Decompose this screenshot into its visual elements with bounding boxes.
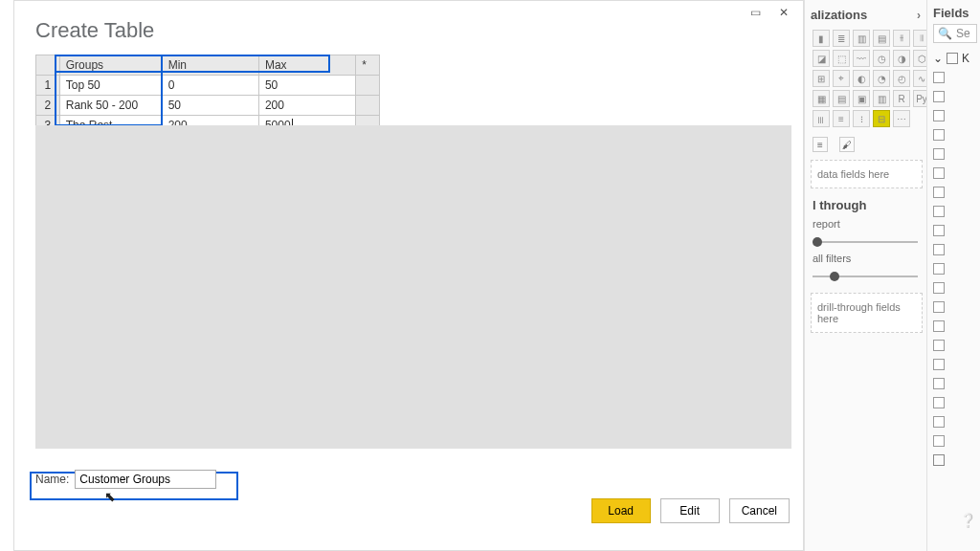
cell-groups[interactable]: Top 50	[59, 76, 162, 96]
cell-max[interactable]: 200	[258, 96, 355, 116]
viz-icon[interactable]: ⫵	[893, 30, 910, 47]
field-item[interactable]	[933, 183, 980, 202]
viz-icon[interactable]: ≣	[833, 30, 850, 47]
col-header-min[interactable]: Min	[162, 55, 258, 76]
field-checkbox[interactable]	[933, 244, 945, 255]
viz-icon[interactable]: R	[893, 90, 910, 107]
col-header-groups[interactable]: Groups	[59, 55, 162, 76]
viz-icon[interactable]: ◑	[893, 50, 910, 67]
viz-icon[interactable]: ⌖	[833, 70, 850, 87]
drill-through-dropzone[interactable]: drill-through fields here	[811, 293, 923, 333]
field-item[interactable]	[933, 87, 980, 106]
viz-icon[interactable]: ▤	[833, 90, 850, 107]
cell-trailing	[356, 76, 380, 96]
field-checkbox[interactable]	[933, 435, 945, 447]
table-row[interactable]: 1 Top 50 0 50	[36, 76, 380, 96]
col-header-max[interactable]: Max	[258, 55, 355, 76]
window-restore-button[interactable]: ▭	[742, 3, 768, 22]
load-button[interactable]: Load	[591, 498, 651, 523]
field-item[interactable]	[933, 106, 980, 125]
field-item[interactable]	[933, 202, 980, 221]
search-placeholder: Se	[956, 27, 970, 40]
viz-icon[interactable]: ⫶	[853, 110, 870, 127]
viz-icon[interactable]: ⊞	[813, 70, 830, 87]
field-checkbox[interactable]	[933, 72, 945, 83]
field-checkbox[interactable]	[933, 397, 945, 408]
viz-icon[interactable]: ▥	[853, 30, 870, 47]
field-item[interactable]	[933, 374, 980, 393]
viz-icon[interactable]: ⬚	[833, 50, 850, 67]
field-checkbox[interactable]	[933, 129, 945, 141]
viz-icon[interactable]: ⊟	[873, 110, 890, 127]
row-header-blank	[36, 55, 60, 76]
name-input[interactable]	[75, 470, 216, 489]
field-checkbox[interactable]	[933, 301, 945, 313]
field-checkbox[interactable]	[933, 225, 945, 236]
field-checkbox[interactable]	[933, 167, 945, 179]
viz-icon[interactable]: 〰	[853, 50, 870, 67]
field-checkbox[interactable]	[933, 206, 945, 217]
field-item[interactable]	[933, 144, 980, 164]
field-checkbox[interactable]	[933, 110, 945, 121]
field-item[interactable]	[933, 240, 980, 259]
viz-icon[interactable]: ⋯	[893, 110, 910, 127]
viz-icon[interactable]: ◐	[853, 70, 870, 87]
visualizations-panel: alizations › ▮ ≣ ▥ ▤ ⫵ ⫴ ◪ ⬚ 〰 ◷ ◑ ⬡ ⊞ ⌖…	[804, 0, 926, 551]
field-checkbox[interactable]	[933, 320, 945, 332]
viz-icon[interactable]: ▣	[853, 90, 870, 107]
cell-min[interactable]: 0	[162, 76, 258, 96]
field-checkbox[interactable]	[933, 91, 945, 102]
field-item[interactable]	[933, 412, 980, 431]
table-row[interactable]: 2 Rank 50 - 200 50 200	[36, 96, 380, 116]
field-item[interactable]	[933, 317, 980, 336]
viz-icon[interactable]: ◷	[873, 50, 890, 67]
field-checkbox[interactable]	[933, 187, 945, 198]
chevron-right-icon[interactable]: ›	[917, 9, 921, 22]
viz-icon[interactable]: ◪	[813, 50, 830, 67]
fields-dropzone[interactable]: data fields here	[811, 160, 923, 188]
field-checkbox[interactable]	[933, 282, 945, 294]
field-item[interactable]	[933, 164, 980, 183]
help-icon[interactable]: ❔	[960, 513, 976, 528]
field-item[interactable]	[933, 431, 980, 451]
viz-icon[interactable]: ▥	[873, 90, 890, 107]
fields-tab-icon[interactable]: ≡	[813, 137, 828, 152]
field-item[interactable]	[933, 68, 980, 87]
field-item[interactable]	[933, 336, 980, 355]
cancel-button[interactable]: Cancel	[729, 498, 790, 523]
field-checkbox[interactable]	[933, 263, 945, 275]
viz-icon[interactable]: ▤	[873, 30, 890, 47]
field-checkbox[interactable]	[933, 359, 945, 370]
col-header-add[interactable]: *	[356, 55, 380, 76]
field-item[interactable]	[933, 355, 980, 374]
keep-filters-toggle[interactable]	[813, 270, 918, 283]
cell-max[interactable]: 50	[258, 76, 355, 96]
field-checkbox[interactable]	[933, 378, 945, 389]
field-item[interactable]	[933, 298, 980, 317]
field-item[interactable]	[933, 221, 980, 240]
field-checkbox[interactable]	[933, 148, 945, 160]
field-checkbox[interactable]	[933, 416, 945, 428]
viz-icon[interactable]: ▦	[813, 90, 830, 107]
cell-min[interactable]: 50	[162, 96, 258, 116]
fields-search[interactable]: 🔍 Se	[933, 24, 977, 43]
viz-icon[interactable]: ≡	[833, 110, 850, 127]
viz-icon[interactable]: ⫼	[813, 110, 830, 127]
field-item[interactable]	[933, 451, 980, 470]
window-close-button[interactable]: ✕	[770, 3, 797, 22]
viz-icon[interactable]: ◔	[873, 70, 890, 87]
field-item[interactable]	[933, 393, 980, 412]
viz-icon[interactable]: ▮	[813, 30, 830, 47]
cross-report-toggle[interactable]	[813, 235, 918, 249]
field-item[interactable]	[933, 259, 980, 278]
field-item[interactable]	[933, 278, 980, 298]
fields-table-header[interactable]: ⌄ K	[933, 49, 980, 68]
edit-button[interactable]: Edit	[660, 498, 720, 523]
field-item[interactable]	[933, 125, 980, 144]
viz-icon[interactable]: ◴	[893, 70, 910, 87]
fields-title: Fields	[933, 6, 980, 24]
field-checkbox[interactable]	[933, 340, 945, 351]
format-tab-icon[interactable]: 🖌	[839, 137, 855, 152]
cursor-icon: ⬉	[104, 489, 116, 504]
cell-groups[interactable]: Rank 50 - 200	[59, 96, 162, 116]
